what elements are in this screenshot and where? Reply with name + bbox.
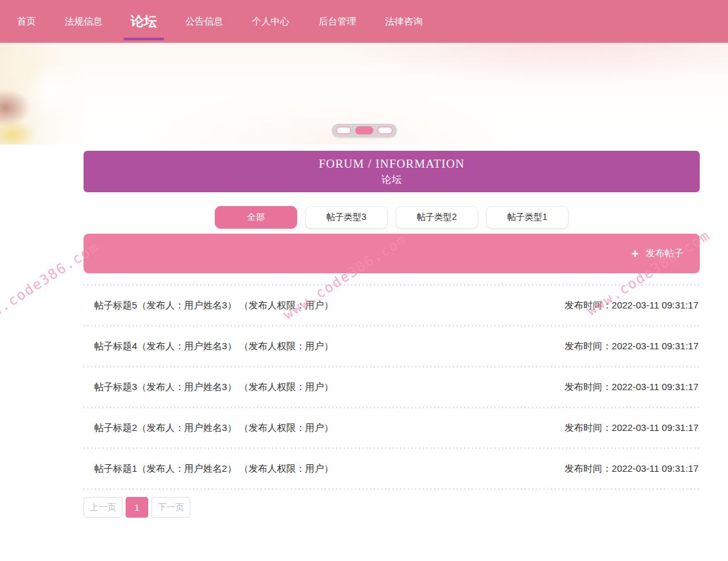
post-publish-time: 发布时间：2022-03-11 09:31:17 [565,300,698,312]
filter-label: 全部 [247,212,265,223]
filter-type-3[interactable]: 帖子类型3 [305,206,388,229]
post-title[interactable]: 帖子标题5（发布人：用户姓名3） （发布人权限：用户） [94,300,334,312]
section-title-en: FORUM / INFORMATION [318,157,464,171]
post-row[interactable]: 帖子标题5（发布人：用户姓名3） （发布人权限：用户） 发布时间：2022-03… [84,286,700,325]
publish-post-label: 发布帖子 [646,248,683,259]
post-title[interactable]: 帖子标题3（发布人：用户姓名3） （发布人权限：用户） [94,381,334,393]
section-header: FORUM / INFORMATION 论坛 [84,151,700,192]
post-publish-time: 发布时间：2022-03-11 09:31:17 [565,422,698,434]
nav-item-legal-consult[interactable]: 法律咨询 [371,0,437,43]
page-number-1[interactable]: 1 [126,497,148,518]
publish-bar: + 发布帖子 [84,234,700,273]
nav-item-announcements[interactable]: 公告信息 [171,0,237,43]
next-page-button[interactable]: 下一页 [151,497,190,518]
filter-type-2[interactable]: 帖子类型2 [396,206,478,229]
active-tab-underline [124,38,164,40]
nav-item-personal-center[interactable]: 个人中心 [237,0,304,43]
nav-item-label: 后台管理 [318,16,356,28]
post-title[interactable]: 帖子标题1（发布人：用户姓名2） （发布人权限：用户） [94,463,334,475]
filter-label: 帖子类型2 [417,212,457,223]
nav-item-admin[interactable]: 后台管理 [304,0,371,43]
filter-all[interactable]: 全部 [215,206,297,229]
carousel-dots [332,124,396,137]
post-row[interactable]: 帖子标题3（发布人：用户姓名3） （发布人权限：用户） 发布时间：2022-03… [84,368,700,406]
post-type-filters: 全部 帖子类型3 帖子类型2 帖子类型1 [84,206,700,229]
filter-type-1[interactable]: 帖子类型1 [486,206,568,229]
page-number-label: 1 [134,503,139,513]
prev-page-label: 上一页 [90,502,116,513]
next-page-label: 下一页 [158,502,184,513]
nav-item-label: 首页 [17,16,36,28]
nav-item-regulations[interactable]: 法规信息 [50,0,117,43]
filter-label: 帖子类型1 [508,212,548,223]
nav-item-label: 论坛 [131,13,157,30]
hero-banner [0,43,728,144]
post-publish-time: 发布时间：2022-03-11 09:31:17 [565,340,698,352]
nav-item-label: 法律咨询 [385,16,423,28]
plus-icon: + [631,248,639,260]
pagination: 上一页 1 下一页 [84,497,700,543]
section-title-zh: 论坛 [382,173,402,187]
post-publish-time: 发布时间：2022-03-11 09:31:17 [565,381,698,393]
nav-item-forum[interactable]: 论坛 [117,0,171,43]
post-row[interactable]: 帖子标题1（发布人：用户姓名2） （发布人权限：用户） 发布时间：2022-03… [84,449,700,488]
content-container: FORUM / INFORMATION 论坛 全部 帖子类型3 帖子类型2 帖子… [84,151,700,543]
post-publish-time: 发布时间：2022-03-11 09:31:17 [565,463,698,475]
page: 首页 法规信息 论坛 公告信息 个人中心 后台管理 法律咨询 FORUM / I… [0,0,728,561]
top-nav: 首页 法规信息 论坛 公告信息 个人中心 后台管理 法律咨询 [0,0,728,43]
divider [84,488,700,490]
carousel-dot-2-active[interactable] [355,126,373,134]
nav-item-label: 个人中心 [252,16,290,28]
flower-image [0,43,91,144]
post-title[interactable]: 帖子标题4（发布人：用户姓名3） （发布人权限：用户） [94,340,334,352]
nav-item-label: 法规信息 [65,16,102,28]
prev-page-button[interactable]: 上一页 [84,497,122,518]
post-row[interactable]: 帖子标题2（发布人：用户姓名3） （发布人权限：用户） 发布时间：2022-03… [84,408,700,447]
publish-post-button[interactable]: + 发布帖子 [631,248,683,260]
nav-item-label: 公告信息 [185,16,223,28]
post-title[interactable]: 帖子标题2（发布人：用户姓名3） （发布人权限：用户） [94,422,334,434]
carousel-dot-3[interactable] [377,126,393,134]
filter-label: 帖子类型3 [327,212,367,223]
post-list: 帖子标题5（发布人：用户姓名3） （发布人权限：用户） 发布时间：2022-03… [84,284,700,490]
post-row[interactable]: 帖子标题4（发布人：用户姓名3） （发布人权限：用户） 发布时间：2022-03… [84,327,700,366]
carousel-dot-1[interactable] [335,126,351,134]
nav-item-home[interactable]: 首页 [3,0,50,43]
